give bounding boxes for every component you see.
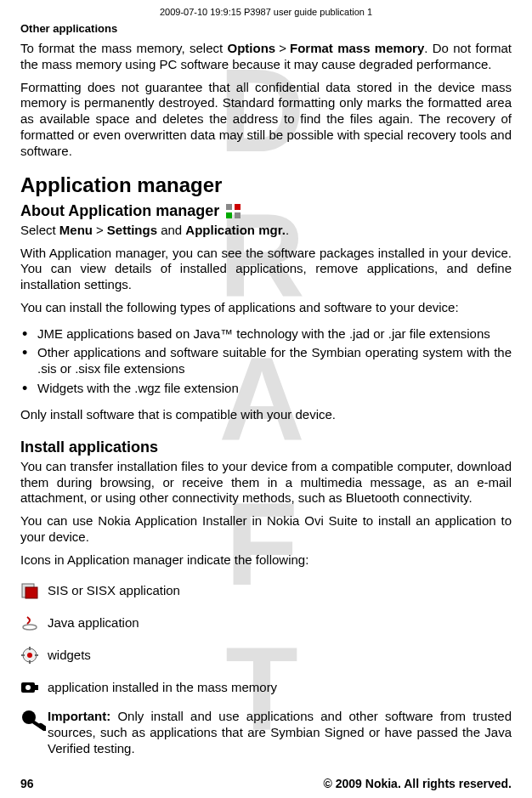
icon-label: Java application	[48, 615, 139, 631]
important-text: Only install and use applications and ot…	[48, 709, 512, 756]
important-icon	[20, 709, 46, 731]
svg-rect-0	[226, 204, 232, 210]
icon-row-sis: SIS or SISX application	[20, 581, 512, 600]
text: To format the mass memory, select	[20, 41, 228, 55]
text: Select	[20, 223, 59, 237]
svg-point-8	[27, 653, 32, 658]
app-mgr-label: Application mgr.	[185, 223, 286, 237]
sis-icon	[20, 581, 39, 600]
icon-label: SIS or SISX application	[48, 583, 180, 599]
app-manager-icon	[224, 202, 243, 221]
para-icons-intro: Icons in Application manager indicate th…	[20, 552, 512, 569]
para-format-intro: To format the mass memory, select Option…	[20, 41, 512, 73]
copyright: © 2009 Nokia. All rights reserved.	[324, 777, 512, 792]
svg-point-6	[23, 625, 37, 630]
footer: 96 © 2009 Nokia. All rights reserved.	[20, 768, 512, 792]
list-item: Widgets with the .wgz file extension	[20, 381, 512, 397]
para-ovi: You can use Nokia Application Installer …	[20, 513, 512, 546]
svg-rect-3	[235, 212, 241, 218]
icon-row-mass-memory: application installed in the mass memory	[20, 678, 512, 697]
svg-rect-1	[235, 204, 241, 210]
icon-label: application installed in the mass memory	[48, 680, 277, 696]
section-header: Other applications	[20, 22, 512, 36]
text: and	[157, 223, 185, 237]
svg-rect-5	[25, 587, 37, 598]
mass-memory-icon	[20, 678, 39, 697]
page-number: 96	[20, 777, 34, 792]
para-transfer: You can transfer installation files to y…	[20, 459, 512, 507]
text: .	[286, 223, 289, 237]
heading-install-apps: Install applications	[20, 438, 512, 457]
widgets-icon	[20, 646, 39, 665]
heading-app-manager: Application manager	[20, 173, 512, 198]
install-types-list: JME applications based on Java™ technolo…	[20, 326, 512, 400]
svg-rect-11	[21, 654, 25, 656]
para-install-types: You can install the following types of a…	[20, 300, 512, 316]
list-item: JME applications based on Java™ technolo…	[20, 326, 512, 342]
gt: >	[96, 223, 104, 239]
important-label: Important:	[48, 709, 110, 723]
important-note: Important: Only install and use applicat…	[20, 709, 512, 756]
header-timestamp: 2009-07-10 19:9:15 P3987 user guide publ…	[20, 7, 512, 19]
para-format-warning: Formatting does not guarantee that all c…	[20, 80, 512, 160]
format-mass-memory-label: Format mass memory	[290, 41, 424, 55]
settings-label: Settings	[107, 223, 157, 237]
java-icon	[20, 614, 39, 632]
options-label: Options	[228, 41, 276, 55]
icon-row-widgets: widgets	[20, 646, 512, 665]
svg-point-15	[25, 685, 31, 690]
icon-row-java: Java application	[20, 614, 512, 632]
para-compat: Only install software that is compatible…	[20, 407, 512, 423]
gt: >	[279, 41, 286, 57]
heading-about-app-manager: About Application manager	[20, 201, 512, 221]
para-select-path: Select Menu>Settings and Application mgr…	[20, 223, 512, 239]
heading-text: About Application manager	[20, 201, 219, 221]
menu-label: Menu	[59, 223, 93, 237]
list-item: Other applications and software suitable…	[20, 345, 512, 377]
svg-rect-14	[35, 685, 38, 690]
svg-rect-12	[35, 654, 38, 656]
svg-rect-10	[29, 660, 31, 664]
para-appmgr-desc: With Application manager, you can see th…	[20, 246, 512, 293]
svg-rect-9	[29, 647, 31, 650]
icon-label: widgets	[48, 648, 91, 664]
svg-rect-2	[226, 212, 232, 218]
